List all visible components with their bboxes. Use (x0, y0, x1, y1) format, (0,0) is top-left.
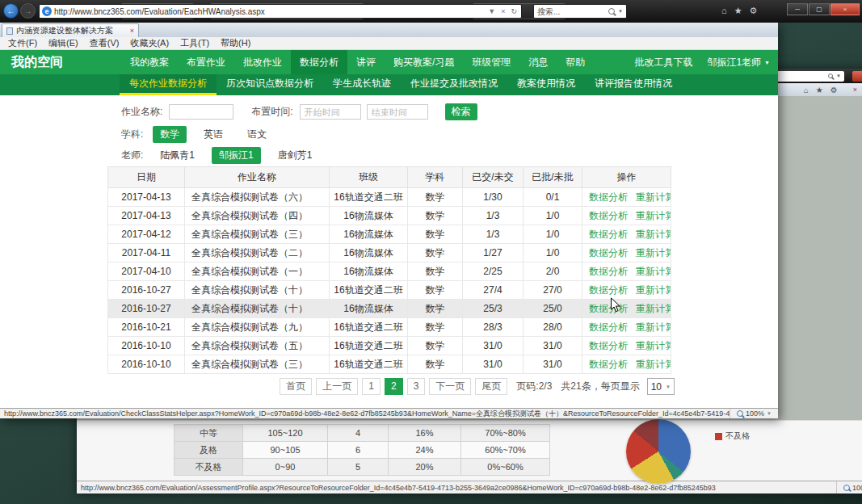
main-nav-item[interactable]: 我的教案 (121, 50, 178, 74)
first-page-button[interactable]: 首页 (280, 378, 312, 395)
teacher-chip[interactable]: 陆佩青1 (153, 147, 202, 164)
menu-item[interactable]: 收藏夹(A) (124, 37, 175, 49)
data-analysis-link[interactable]: 数据分析 (589, 191, 628, 203)
teacher-chip[interactable]: 邹振江1 (212, 147, 261, 164)
table-cell: 1/27 (463, 244, 524, 262)
recalculate-link[interactable]: 重新计算 (636, 229, 671, 240)
subnav-item[interactable]: 历次知识点数据分析 (217, 74, 323, 95)
user-menu[interactable]: 邹振江1老师 ▼ (707, 56, 770, 69)
table-cell: 27/4 (463, 281, 524, 300)
menu-item[interactable]: 文件(F) (2, 37, 43, 49)
table-row: 2017-04-12全真综合模拟测试卷（三）16物流媒体数学1/31/0数据分析… (108, 225, 671, 244)
minimize-button[interactable]: ─ (787, 3, 808, 15)
subnav-item[interactable]: 每次作业数据分析 (120, 74, 217, 95)
back-button[interactable]: ← (3, 3, 19, 19)
start-time-input[interactable] (300, 104, 361, 120)
teacher-chips: 陆佩青1邹振江1唐剑芳1 (153, 147, 319, 164)
data-analysis-link[interactable]: 数据分析 (589, 247, 628, 258)
recalculate-link[interactable]: 重新计算 (636, 321, 671, 333)
tab-close-icon[interactable]: × (130, 27, 134, 35)
column-header: 日期 (108, 167, 185, 188)
recalculate-link[interactable]: 重新计算 (636, 247, 671, 258)
recalculate-link[interactable]: 重新计算 (636, 359, 671, 370)
data-analysis-link[interactable]: 数据分析 (589, 266, 628, 277)
subnav-item[interactable]: 讲评报告使用情况 (585, 74, 682, 95)
address-bar[interactable]: e ▼ × ↻ (39, 4, 522, 19)
favorites-star-icon[interactable]: ★ (734, 6, 742, 16)
table-cell: 全真综合模拟测试卷（十） (185, 300, 330, 318)
background-search-box[interactable]: ▼ (770, 71, 844, 82)
legend-label: 不及格 (725, 430, 750, 442)
recalculate-link[interactable]: 重新计算 (636, 191, 671, 203)
favorites-star-icon[interactable]: ★ (816, 86, 823, 94)
main-nav-item[interactable]: 批改作业 (234, 50, 291, 74)
maximize-button[interactable]: ▢ (809, 3, 830, 15)
subject-label: 学科: (121, 128, 143, 141)
prev-page-button[interactable]: 上一页 (316, 378, 358, 395)
recalculate-link[interactable]: 重新计算 (636, 303, 671, 314)
end-time-input[interactable] (367, 104, 428, 120)
table-cell: 28/3 (463, 318, 524, 337)
data-analysis-link[interactable]: 数据分析 (589, 359, 628, 370)
main-nav-item[interactable]: 布置作业 (178, 50, 234, 74)
recalculate-link[interactable]: 重新计算 (636, 284, 671, 296)
subnav-item[interactable]: 教案使用情况 (507, 74, 585, 95)
menu-item[interactable]: 编辑(E) (43, 37, 84, 49)
main-nav-item[interactable]: 讲评 (347, 50, 385, 74)
recalculate-link[interactable]: 重新计算 (636, 266, 671, 277)
gear-icon[interactable]: ⚙ (830, 86, 838, 94)
home-icon[interactable]: ⌂ (804, 86, 809, 94)
close-button[interactable]: × (852, 71, 862, 82)
recalculate-link[interactable]: 重新计算 (636, 340, 671, 351)
home-icon[interactable]: ⌂ (721, 6, 727, 16)
subject-filter-row: 学科: 数学英语语文 (121, 126, 274, 143)
last-page-button[interactable]: 尾页 (475, 378, 507, 395)
page-number-button[interactable]: 1 (362, 378, 381, 395)
tab-bar: 内涵资源建设整体解决方案 × (0, 23, 778, 37)
data-analysis-link[interactable]: 数据分析 (589, 321, 628, 333)
menu-item[interactable]: 查看(V) (84, 37, 125, 49)
page-size-select[interactable]: 10 ▼ (647, 378, 675, 395)
homework-name-input[interactable] (169, 104, 233, 120)
main-nav-item[interactable]: 帮助 (557, 50, 594, 74)
main-nav-item[interactable]: 数据分析 (291, 50, 347, 74)
url-input[interactable] (54, 7, 484, 16)
page-number-button[interactable]: 3 (407, 378, 426, 395)
actions-cell: 数据分析重新计算 (582, 207, 671, 225)
data-analysis-link[interactable]: 数据分析 (589, 340, 628, 351)
subject-chip[interactable]: 数学 (153, 126, 187, 143)
subject-chip[interactable]: 英语 (196, 126, 230, 143)
page-number-button[interactable]: 2 (385, 378, 403, 395)
grading-tool-download-link[interactable]: 批改工具下载 (634, 56, 692, 69)
next-page-button[interactable]: 下一页 (429, 378, 471, 395)
zoom-control[interactable]: 100% ▼ (730, 409, 778, 418)
gear-icon[interactable]: ⚙ (750, 6, 758, 16)
chevron-down-icon[interactable]: ▼ (486, 7, 497, 15)
bg-table-cell: 105~120 (243, 425, 328, 442)
main-nav-item[interactable]: 购买教案/习题 (385, 50, 463, 74)
main-nav-item[interactable]: 班级管理 (463, 50, 519, 74)
subnav-item[interactable]: 学生成长轨迹 (323, 74, 401, 95)
bg-table-cell: 24% (389, 442, 461, 459)
data-analysis-link[interactable]: 数据分析 (589, 303, 628, 314)
subject-chip[interactable]: 语文 (240, 126, 274, 143)
refresh-icon[interactable]: ↻ (509, 7, 519, 15)
browser-tab[interactable]: 内涵资源建设整体解决方案 × (2, 23, 139, 37)
subnav-item[interactable]: 作业提交及批改情况 (401, 74, 507, 95)
menu-item[interactable]: 帮助(H) (215, 37, 256, 49)
search-box[interactable]: ▼ (533, 4, 627, 19)
close-button[interactable]: × (830, 3, 860, 15)
data-analysis-link[interactable]: 数据分析 (589, 229, 628, 240)
search-input[interactable] (537, 7, 605, 16)
tab-close-icon[interactable]: × (853, 86, 857, 94)
data-analysis-link[interactable]: 数据分析 (589, 284, 628, 296)
forward-button[interactable]: → (20, 3, 36, 19)
menu-item[interactable]: 工具(T) (175, 37, 215, 49)
search-button[interactable]: 检索 (445, 103, 477, 120)
stop-icon[interactable]: × (499, 7, 507, 15)
main-nav-item[interactable]: 消息 (519, 50, 557, 74)
recalculate-link[interactable]: 重新计算 (636, 210, 671, 221)
zoom-control[interactable]: 100% ▼ (836, 481, 862, 494)
teacher-chip[interactable]: 唐剑芳1 (271, 147, 320, 164)
data-analysis-link[interactable]: 数据分析 (589, 210, 628, 221)
